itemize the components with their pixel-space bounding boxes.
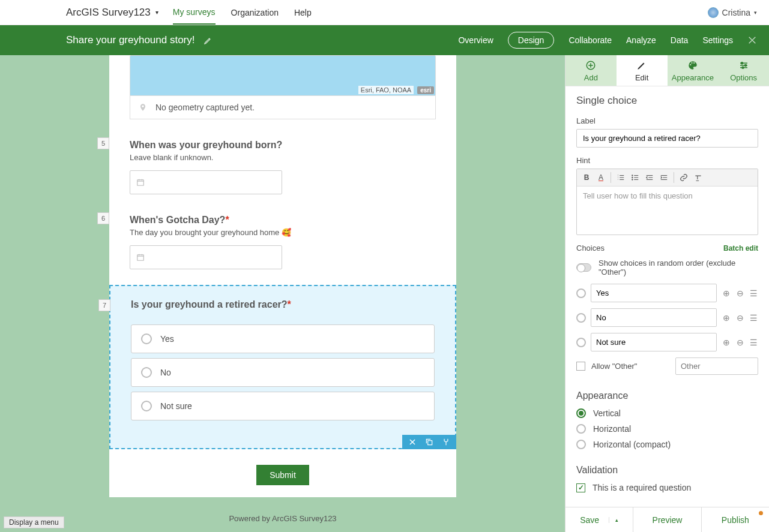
- design-canvas: Esri, FAO, NOAA esri No geometry capture…: [0, 55, 565, 532]
- text-color-icon[interactable]: A: [594, 171, 608, 184]
- date-input[interactable]: [130, 170, 282, 194]
- required-checkbox[interactable]: ✓: [576, 483, 585, 492]
- user-menu[interactable]: Cristina ▾: [708, 7, 757, 18]
- question-hint: Leave blank if unknown.: [130, 153, 436, 162]
- question-toolbar: [402, 435, 456, 449]
- choice-text-input[interactable]: [591, 284, 717, 302]
- bold-icon[interactable]: B: [579, 171, 594, 184]
- choice-edit-row: ⊕ ⊖ ☰: [576, 333, 758, 351]
- delete-icon[interactable]: [408, 438, 417, 446]
- nav-help[interactable]: Help: [294, 1, 312, 24]
- submit-button[interactable]: Submit: [256, 465, 309, 485]
- random-order-toggle[interactable]: [576, 263, 591, 272]
- question-number: 5: [97, 137, 109, 149]
- properties-panel: Add Edit Appearance Options: [565, 55, 769, 532]
- question-hint: The day you brought your greyhound home …: [130, 228, 436, 237]
- powered-by-text: Powered by ArcGIS Survey123: [109, 514, 456, 523]
- radio-icon: [576, 424, 586, 434]
- tab-data[interactable]: Data: [671, 32, 689, 49]
- choice-option[interactable]: Yes: [131, 324, 435, 353]
- choice-label: Yes: [160, 334, 174, 344]
- minus-circle-icon[interactable]: ⊖: [735, 288, 744, 298]
- sliders-icon: [718, 60, 769, 71]
- form-preview: Esri, FAO, NOAA esri No geometry capture…: [109, 55, 456, 497]
- indent-icon[interactable]: [657, 171, 671, 184]
- hint-editor: B A: [576, 169, 758, 235]
- choice-text-input[interactable]: [591, 333, 717, 351]
- brand-name[interactable]: ArcGIS Survey123: [66, 7, 151, 19]
- minus-circle-icon[interactable]: ⊖: [735, 313, 744, 323]
- rte-toolbar: B A: [577, 169, 758, 187]
- save-button[interactable]: Save ▴: [565, 507, 633, 532]
- link-icon[interactable]: [677, 171, 691, 184]
- brand-dropdown-caret[interactable]: ▾: [155, 9, 158, 16]
- question-6[interactable]: 6 When's Gotcha Day?* The day you brough…: [130, 215, 436, 269]
- calendar-icon: [136, 178, 145, 187]
- hint-field-label: Hint: [576, 156, 758, 165]
- svg-point-7: [632, 175, 633, 176]
- other-placeholder-input[interactable]: [675, 357, 758, 375]
- tab-design[interactable]: Design: [508, 32, 555, 49]
- choice-option[interactable]: No: [131, 358, 435, 387]
- merge-icon[interactable]: [442, 438, 450, 446]
- panel-tab-edit[interactable]: Edit: [617, 55, 668, 86]
- survey-header-bar: Share your greyhound story! Overview Des…: [0, 25, 769, 55]
- calendar-icon: [136, 253, 145, 262]
- palette-icon: [668, 60, 719, 71]
- hint-textarea[interactable]: Tell user how to fill this question: [577, 187, 758, 235]
- random-order-label: Show choices in random order (exclude "O…: [599, 259, 758, 276]
- appearance-option[interactable]: Horizontal (compact): [576, 440, 758, 449]
- allow-other-label: Allow "Other": [591, 362, 637, 371]
- question-5[interactable]: 5 When was your greyhound born? Leave bl…: [130, 140, 436, 194]
- validation-heading: Validation: [576, 465, 758, 476]
- date-input[interactable]: [130, 245, 282, 269]
- outdent-icon[interactable]: [642, 171, 657, 184]
- radio-icon: [576, 313, 586, 323]
- appearance-heading: Appearance: [576, 390, 758, 401]
- panel-tab-add[interactable]: Add: [565, 55, 617, 86]
- unsaved-indicator-icon: [759, 511, 763, 515]
- geometry-status-text: No geometry captured yet.: [155, 103, 255, 112]
- list-unordered-icon[interactable]: [628, 171, 642, 184]
- question-label: When was your greyhound born?: [130, 140, 436, 151]
- batch-edit-link[interactable]: Batch edit: [723, 244, 758, 253]
- list-ordered-icon[interactable]: [614, 171, 628, 184]
- panel-tab-appearance[interactable]: Appearance: [668, 55, 719, 86]
- radio-icon: [576, 288, 586, 298]
- choice-option[interactable]: Not sure: [131, 392, 435, 420]
- label-input[interactable]: [576, 129, 758, 148]
- preview-button[interactable]: Preview: [633, 507, 701, 532]
- tab-settings[interactable]: Settings: [702, 32, 733, 49]
- radio-icon: [576, 440, 586, 449]
- question-7-selected[interactable]: 7 Is your greyhound a retired racer?* Ye…: [109, 285, 456, 449]
- nav-my-surveys[interactable]: My surveys: [173, 1, 216, 25]
- tab-overview[interactable]: Overview: [458, 32, 493, 49]
- crossed-tools-icon[interactable]: [747, 35, 757, 45]
- panel-tab-options[interactable]: Options: [718, 55, 769, 86]
- nav-organization[interactable]: Organization: [231, 1, 279, 24]
- panel-tabs: Add Edit Appearance Options: [565, 55, 769, 86]
- plus-circle-icon[interactable]: ⊕: [722, 313, 731, 323]
- pencil-icon[interactable]: [204, 36, 213, 45]
- drag-handle-icon[interactable]: ☰: [749, 288, 758, 298]
- required-row: ✓ This is a required question: [576, 483, 758, 492]
- choice-label: No: [160, 368, 171, 377]
- plus-circle-icon[interactable]: ⊕: [722, 288, 731, 298]
- publish-button[interactable]: Publish: [702, 507, 769, 532]
- appearance-option[interactable]: Horizontal: [576, 424, 758, 434]
- drag-handle-icon[interactable]: ☰: [749, 313, 758, 323]
- tab-collaborate[interactable]: Collaborate: [568, 32, 612, 49]
- choice-text-input[interactable]: [591, 308, 717, 327]
- map-preview[interactable]: Esri, FAO, NOAA esri: [130, 55, 436, 96]
- radio-icon: [141, 333, 152, 344]
- minus-circle-icon[interactable]: ⊖: [735, 338, 744, 347]
- random-order-row: Show choices in random order (exclude "O…: [576, 259, 758, 276]
- tab-analyze[interactable]: Analyze: [626, 32, 656, 49]
- drag-handle-icon[interactable]: ☰: [749, 338, 758, 347]
- chevron-up-icon[interactable]: ▴: [609, 517, 618, 523]
- appearance-option[interactable]: Vertical: [576, 408, 758, 418]
- allow-other-checkbox[interactable]: [576, 362, 585, 371]
- plus-circle-icon[interactable]: ⊕: [722, 338, 731, 347]
- duplicate-icon[interactable]: [425, 438, 433, 446]
- clear-format-icon[interactable]: [691, 171, 705, 184]
